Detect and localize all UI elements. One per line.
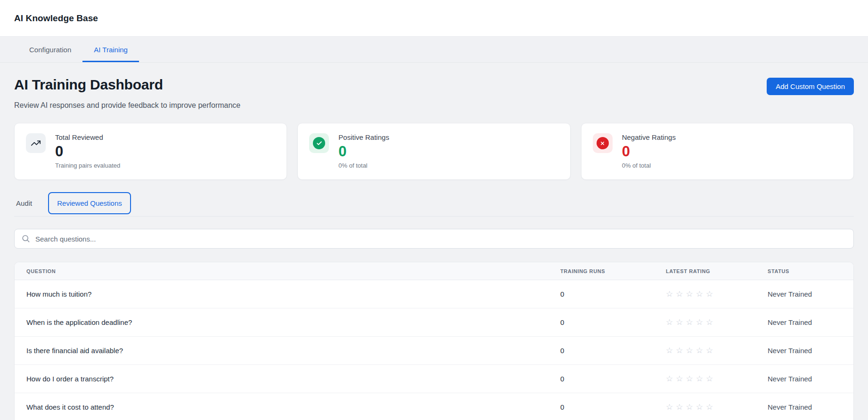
question-cell: What does it cost to attend? xyxy=(15,393,560,420)
search-bar xyxy=(14,229,854,249)
latest-rating-cell: ☆☆☆☆☆ xyxy=(666,280,768,308)
status-cell: Never Trained xyxy=(768,365,853,393)
col-latest-rating: LATEST RATING xyxy=(666,262,768,280)
table-header-row: QUESTION TRAINING RUNS LATEST RATING STA… xyxy=(15,262,853,280)
check-badge xyxy=(313,137,325,149)
training-runs-cell: 0 xyxy=(560,308,666,337)
table-row[interactable]: Is there financial aid available?0☆☆☆☆☆N… xyxy=(15,337,853,365)
stat-sub: Training pairs evaluated xyxy=(55,162,120,169)
training-runs-cell: 0 xyxy=(560,337,666,365)
rating-stars: ☆☆☆☆☆ xyxy=(666,374,716,383)
tab-reviewed-questions[interactable]: Reviewed Questions xyxy=(48,192,131,214)
status-cell: Never Trained xyxy=(768,393,853,420)
question-cell: How much is tuition? xyxy=(15,280,560,308)
rating-stars: ☆☆☆☆☆ xyxy=(666,290,716,299)
stat-card-positive-ratings: Positive Ratings 0 0% of total xyxy=(297,123,570,180)
questions-table: QUESTION TRAINING RUNS LATEST RATING STA… xyxy=(15,262,853,420)
rating-stars: ☆☆☆☆☆ xyxy=(666,346,716,355)
stats-cards: Total Reviewed 0 Training pairs evaluate… xyxy=(14,123,854,180)
table-row[interactable]: When is the application deadline?0☆☆☆☆☆N… xyxy=(15,308,853,337)
table-body: How much is tuition?0☆☆☆☆☆Never TrainedW… xyxy=(15,280,853,420)
stat-value: 0 xyxy=(55,144,120,159)
nav-tabs: Configuration AI Training xyxy=(0,37,868,63)
status-cell: Never Trained xyxy=(768,337,853,365)
stat-sub: 0% of total xyxy=(622,162,676,169)
stat-value: 0 xyxy=(622,144,676,159)
training-runs-cell: 0 xyxy=(560,365,666,393)
stat-content: Negative Ratings 0 0% of total xyxy=(622,133,676,169)
latest-rating-cell: ☆☆☆☆☆ xyxy=(666,337,768,365)
stat-card-total-reviewed: Total Reviewed 0 Training pairs evaluate… xyxy=(14,123,287,180)
table-row[interactable]: What does it cost to attend?0☆☆☆☆☆Never … xyxy=(15,393,853,420)
page-subtitle: Review AI responses and provide feedback… xyxy=(14,101,240,110)
dashboard-hero: AI Training Dashboard Review AI response… xyxy=(14,77,854,110)
hero-text: AI Training Dashboard Review AI response… xyxy=(14,77,240,110)
questions-table-card: QUESTION TRAINING RUNS LATEST RATING STA… xyxy=(14,262,854,420)
table-row[interactable]: How much is tuition?0☆☆☆☆☆Never Trained xyxy=(15,280,853,308)
stat-label: Total Reviewed xyxy=(55,133,120,141)
app-title: AI Knowledge Base xyxy=(14,13,98,24)
latest-rating-cell: ☆☆☆☆☆ xyxy=(666,308,768,337)
training-runs-cell: 0 xyxy=(560,280,666,308)
stat-value: 0 xyxy=(338,144,389,159)
main-content: AI Training Dashboard Review AI response… xyxy=(0,63,868,420)
col-question: QUESTION xyxy=(15,262,560,280)
tab-ai-training[interactable]: AI Training xyxy=(82,37,139,62)
col-status: STATUS xyxy=(768,262,853,280)
question-cell: How do I order a transcript? xyxy=(15,365,560,393)
stat-label: Positive Ratings xyxy=(338,133,389,141)
add-custom-question-button[interactable]: Add Custom Question xyxy=(767,78,854,95)
stat-card-negative-ratings: Negative Ratings 0 0% of total xyxy=(581,123,854,180)
latest-rating-cell: ☆☆☆☆☆ xyxy=(666,365,768,393)
question-cell: Is there financial aid available? xyxy=(15,337,560,365)
section-tabs: Audit Reviewed Questions xyxy=(14,192,854,214)
stat-label: Negative Ratings xyxy=(622,133,676,141)
page-title: AI Training Dashboard xyxy=(14,77,240,93)
trending-up-icon xyxy=(26,133,46,153)
latest-rating-cell: ☆☆☆☆☆ xyxy=(666,393,768,420)
tabs-divider xyxy=(14,216,854,217)
rating-stars: ☆☆☆☆☆ xyxy=(666,403,716,412)
search-icon xyxy=(21,234,30,245)
status-cell: Never Trained xyxy=(768,280,853,308)
x-badge xyxy=(597,137,609,149)
x-circle-icon xyxy=(593,133,613,153)
question-cell: When is the application deadline? xyxy=(15,308,560,337)
search-input[interactable] xyxy=(14,229,854,249)
tab-configuration[interactable]: Configuration xyxy=(18,37,82,62)
training-runs-cell: 0 xyxy=(560,393,666,420)
stat-content: Total Reviewed 0 Training pairs evaluate… xyxy=(55,133,120,169)
app-header: AI Knowledge Base xyxy=(0,0,868,37)
rating-stars: ☆☆☆☆☆ xyxy=(666,318,716,327)
status-cell: Never Trained xyxy=(768,308,853,337)
stat-content: Positive Ratings 0 0% of total xyxy=(338,133,389,169)
stat-sub: 0% of total xyxy=(338,162,389,169)
col-training-runs: TRAINING RUNS xyxy=(560,262,666,280)
tab-audit[interactable]: Audit xyxy=(14,193,34,213)
check-circle-icon xyxy=(309,133,329,153)
table-row[interactable]: How do I order a transcript?0☆☆☆☆☆Never … xyxy=(15,365,853,393)
